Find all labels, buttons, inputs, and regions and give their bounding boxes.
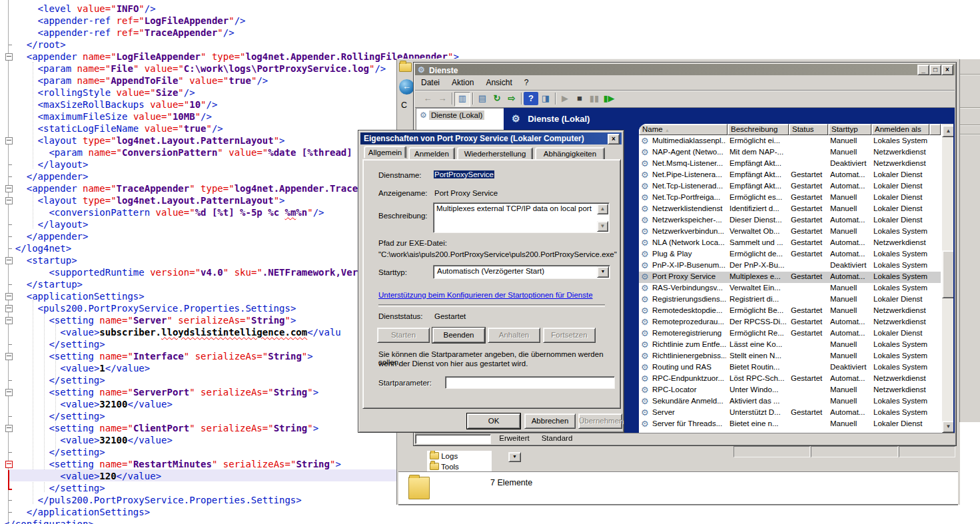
table-row[interactable]: ⚙Net.Tcp-Listenerad...Empfängt Akt...Ges… [639, 181, 941, 192]
code-line[interactable]: </setting> [4, 482, 105, 494]
code-line[interactable]: <param name="ConversionPattern" value="%… [4, 146, 374, 158]
menu-item-ansicht[interactable]: Ansicht [480, 76, 518, 91]
code-line[interactable]: <setting name="ServerPort" serializeAs="… [4, 386, 318, 398]
properties-icon[interactable]: ▤ [475, 92, 490, 105]
cancel-button[interactable]: Abbrechen [524, 413, 576, 429]
back-arrow-icon[interactable]: ← [420, 92, 435, 105]
table-row[interactable]: ⚙Registrierungsdiens...Registriert di...… [639, 294, 941, 306]
scroll-up-button[interactable]: ▲ [597, 204, 608, 214]
code-line[interactable]: </layout> [4, 218, 88, 230]
column-header[interactable]: Name ▲ [639, 124, 728, 135]
table-row[interactable]: ⚙RemoteregistrierungErmöglicht Re...Gest… [639, 328, 941, 340]
table-row[interactable]: ⚙Port Proxy ServiceMultiplexes e...Gesta… [639, 272, 941, 283]
code-line[interactable]: </puls200.PortProxyService.Properties.Se… [4, 494, 302, 506]
scroll-down-button[interactable]: ▼ [942, 421, 953, 433]
start-type-combobox[interactable]: Automatisch (Verzögerter Start) ▼ [433, 265, 610, 279]
code-line[interactable]: </setting> [4, 338, 105, 350]
ok-button[interactable]: OK [467, 413, 520, 429]
table-row[interactable]: ⚙Remotedesktopdie...Ermöglicht Be...Gest… [639, 306, 941, 317]
table-row[interactable]: ⚙RAS-Verbindungsv...Verwaltet Ein...Manu… [639, 283, 941, 294]
tab-erweitert[interactable]: Erweitert [494, 433, 535, 443]
start-service-icon[interactable]: ▶ [558, 92, 572, 105]
code-line[interactable]: </appender> [4, 170, 88, 182]
table-row[interactable]: ⚙Net.Msmq-Listener...Empfängt Akt...Deak… [639, 158, 941, 170]
code-line[interactable]: <layout type="log4net.Layout.PatternLayo… [4, 134, 285, 146]
code-line[interactable]: </applicationSettings> [4, 506, 150, 518]
maximize-button[interactable]: □ [929, 65, 941, 75]
tab-anmelden[interactable]: Anmelden [408, 147, 455, 160]
table-row[interactable]: ⚙Net.Pipe-Listenera...Empfängt Akt...Ges… [639, 170, 941, 181]
code-line[interactable]: </setting> [4, 374, 105, 386]
table-row[interactable]: ⚙Net.Tcp-Portfreiga...Ermöglicht es...Ge… [639, 192, 941, 204]
menu-item-[interactable]: ? [518, 76, 535, 91]
combo-dropdown-button[interactable]: ▼ [597, 266, 609, 278]
help-icon[interactable]: ? [524, 92, 538, 105]
table-row[interactable]: ⚙NetzwerklistendienstIdentifiziert d...G… [639, 204, 941, 215]
table-row[interactable]: ⚙ServerUnterstützt D...GestartetAutomat.… [639, 407, 941, 419]
close-button[interactable]: × [941, 65, 953, 75]
column-header[interactable]: Beschreibung [728, 124, 789, 135]
folder-list[interactable]: Logs Tools [427, 451, 492, 471]
pause-service-icon[interactable]: ▮▮ [587, 92, 602, 105]
scroll-up-button[interactable]: ▲ [942, 125, 953, 137]
code-line[interactable]: </log4net> [4, 242, 71, 254]
code-line[interactable]: </setting> [4, 446, 105, 458]
code-line[interactable]: </appender> [4, 230, 88, 242]
table-row[interactable]: ⚙Server für Threads...Bietet eine n...Ma… [639, 419, 941, 430]
menu-item-aktion[interactable]: Aktion [446, 76, 480, 91]
code-line[interactable]: <appender name="LogFileAppender" type="l… [4, 51, 459, 63]
code-line[interactable]: <maxSizeRollBackups value="10"/> [4, 99, 217, 111]
tab-abhaengigkeiten[interactable]: Abhängigkeiten [535, 147, 605, 160]
table-row[interactable]: ⚙PnP-X-IP-Busenum...Der PnP-X-Bu...Deakt… [639, 260, 941, 272]
column-header[interactable]: Status [789, 124, 828, 135]
code-line[interactable]: <maximumFileSize value="10MB"/> [4, 111, 212, 123]
scrollbar-thumb[interactable] [942, 250, 953, 298]
service-name-value[interactable]: PortProxyService [434, 170, 494, 178]
tab-standard[interactable]: Standard [537, 433, 577, 443]
code-line[interactable]: <param name="AppendToFile" value="true"/… [4, 75, 268, 87]
table-row[interactable]: ⚙Plug & PlayErmöglicht de...GestartetAut… [639, 249, 941, 260]
scroll-down-button[interactable]: ▼ [597, 221, 608, 232]
code-line[interactable]: <level value="INFO"/> [4, 3, 156, 15]
code-line[interactable]: <value>1</value> [4, 362, 150, 374]
filter-box[interactable] [415, 434, 491, 444]
column-header[interactable] [929, 124, 941, 135]
forward-arrow-icon[interactable]: → [435, 92, 450, 105]
code-line[interactable]: <value>32100</value> [4, 434, 173, 446]
table-row[interactable]: ⚙Netzwerkspeicher-...Dieser Dienst...Ges… [639, 215, 941, 226]
stop-button[interactable]: Beenden [432, 328, 485, 343]
minimize-button[interactable]: _ [917, 65, 929, 75]
column-header[interactable]: Starttyp [828, 124, 871, 135]
table-row[interactable]: ⚙Multimediaklassenpl...Ermöglicht ei...M… [639, 136, 941, 147]
table-row[interactable]: ⚙Netzwerkverbindun...Verwaltet Ob...Gest… [639, 226, 941, 238]
sidebar-item-dienste-lokal[interactable]: ⚙ Dienste (Lokal) [416, 109, 504, 120]
startup-options-link[interactable]: Unterstützung beim Konfigurieren der Sta… [378, 291, 593, 299]
code-line[interactable]: <supportedRuntime version="v4.0" sku=".N… [4, 266, 374, 278]
code-line[interactable]: </root> [4, 39, 66, 51]
code-line[interactable]: </configuration> [4, 518, 94, 524]
restart-service-icon[interactable]: ▮▶ [602, 92, 616, 105]
vertical-scrollbar[interactable]: ▲ ▼ [942, 124, 953, 433]
table-row[interactable]: ⚙NLA (Network Loca...Sammelt und ...Gest… [639, 238, 941, 249]
table-row[interactable]: ⚙Remoteprozedurau...Der RPCSS-Di...Gesta… [639, 317, 941, 328]
table-row[interactable]: ⚙Routing und RASBietet Routin...Deaktivi… [639, 362, 941, 374]
code-line[interactable]: <rollingStyle value="Size"/> [4, 87, 195, 99]
code-line[interactable]: <param name="File" value="C:\work\logs\P… [4, 63, 386, 75]
combo-dropdown-button[interactable]: ▼ [508, 452, 521, 462]
code-line[interactable]: <applicationSettings> [4, 290, 145, 302]
list-item[interactable]: Logs [430, 451, 458, 460]
code-line[interactable]: </layout> [4, 158, 88, 170]
close-button[interactable]: × [608, 134, 620, 144]
dialog-titlebar[interactable]: Eigenschaften von Port Proxy Service (Lo… [360, 132, 622, 144]
console-tree-icon[interactable]: ▥ [454, 92, 470, 107]
code-line[interactable]: </startup> [4, 278, 83, 290]
description-textbox[interactable]: Multiplexes external TCP/IP data on loca… [433, 202, 610, 233]
code-line[interactable]: <appender name="TraceAppender" type="log… [4, 182, 374, 194]
table-row[interactable]: ⚙RPC-LocatorUnter Windo...ManuellNetzwer… [639, 385, 941, 396]
code-line[interactable]: </setting> [4, 410, 105, 422]
code-line[interactable]: <setting name="Interface" serializeAs="S… [4, 350, 313, 362]
table-row[interactable]: ⚙Sekundäre Anmeld...Aktiviert das ...Man… [639, 396, 941, 407]
extended-view-icon[interactable]: ◨ [538, 92, 553, 105]
code-line[interactable]: <conversionPattern value="%d [%t] %-5p %… [4, 206, 324, 218]
column-header[interactable]: Anmelden als [871, 124, 929, 135]
